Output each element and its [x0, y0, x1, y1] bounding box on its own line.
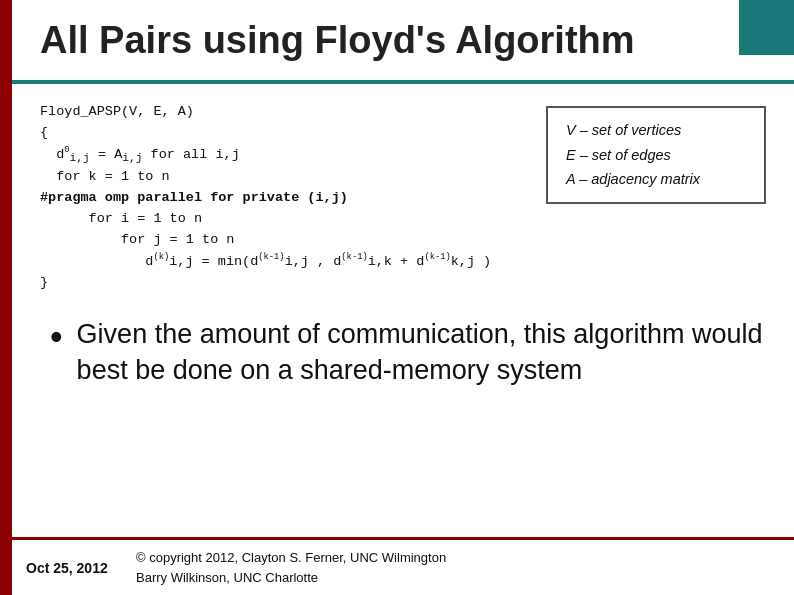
left-accent-bar — [0, 0, 12, 595]
bullet-item: • Given the amount of communication, thi… — [50, 316, 766, 389]
footer-copyright-line: © copyright 2012, Clayton S. Ferner, UNC… — [136, 548, 446, 568]
code-block: Floyd_APSP(V, E, A) { d0i,j = Ai,j for a… — [40, 102, 530, 294]
footer-copyright: © copyright 2012, Clayton S. Ferner, UNC… — [136, 548, 446, 587]
header: All Pairs using Floyd's Algorithm — [12, 0, 794, 80]
bullet-text: Given the amount of communication, this … — [77, 316, 766, 389]
legend-line1: V – set of vertices — [566, 118, 746, 143]
legend-line3: A – adjacency matrix — [566, 167, 746, 192]
legend-box: V – set of vertices E – set of edges A –… — [546, 106, 766, 204]
code-section: Floyd_APSP(V, E, A) { d0i,j = Ai,j for a… — [40, 102, 766, 294]
footer: Oct 25, 2012 © copyright 2012, Clayton S… — [12, 537, 794, 595]
legend-line2: E – set of edges — [566, 143, 746, 168]
main-content: Floyd_APSP(V, E, A) { d0i,j = Ai,j for a… — [12, 88, 794, 535]
slide: All Pairs using Floyd's Algorithm Floyd_… — [0, 0, 794, 595]
separator-line — [12, 80, 794, 84]
page-title: All Pairs using Floyd's Algorithm — [40, 19, 635, 62]
bullet-section: • Given the amount of communication, thi… — [40, 316, 766, 389]
footer-date: Oct 25, 2012 — [26, 560, 136, 576]
bullet-dot: • — [50, 316, 63, 357]
footer-authors-line: Barry Wilkinson, UNC Charlotte — [136, 568, 446, 588]
